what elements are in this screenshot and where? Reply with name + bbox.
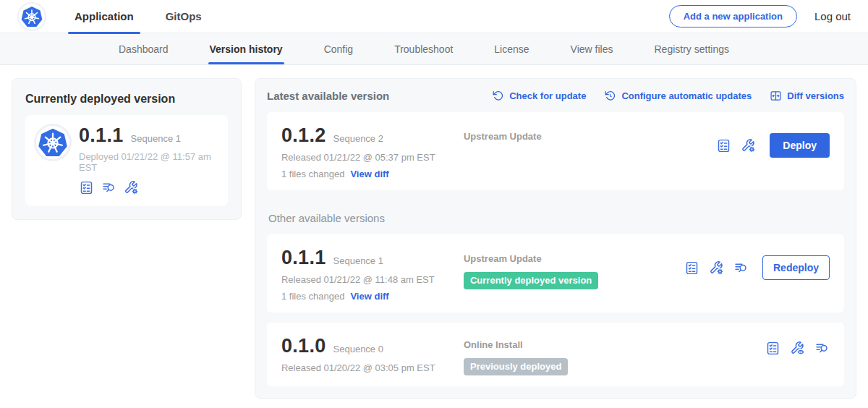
- view-diff-link[interactable]: View diff: [350, 169, 388, 179]
- subtab-view-files[interactable]: View files: [571, 33, 613, 64]
- sequence-label: Sequence 1: [333, 255, 383, 266]
- tab-application[interactable]: Application: [68, 0, 140, 33]
- version-label: 0.1.2: [281, 124, 326, 147]
- release-notes-icon[interactable]: [733, 260, 749, 276]
- released-timestamp: Released 01/21/22 @ 05:37 pm EST: [281, 152, 464, 163]
- deployed-sequence-label: Sequence 1: [131, 133, 181, 144]
- sequence-label: Sequence 0: [333, 344, 383, 354]
- release-notes-icon[interactable]: [101, 180, 116, 195]
- sequence-label: Sequence 2: [333, 133, 383, 144]
- latest-available-title: Latest available version: [267, 90, 389, 102]
- subtab-registry-settings[interactable]: Registry settings: [654, 33, 728, 64]
- released-timestamp: Released 01/20/22 @ 03:05 pm EST: [281, 362, 464, 373]
- version-label: 0.1.1: [281, 247, 326, 269]
- version-row: 0.1.1 Sequence 1 Released 01/21/22 @ 11:…: [267, 234, 844, 313]
- redeploy-button[interactable]: Redeploy: [762, 255, 830, 280]
- version-history-panel: Latest available version Check for updat…: [255, 78, 856, 399]
- version-row: 0.1.2 Sequence 2 Released 01/21/22 @ 05:…: [267, 112, 844, 190]
- app-subnav: Dashboard Version history Config Trouble…: [0, 33, 868, 65]
- subtab-troubleshoot[interactable]: Troubleshoot: [394, 33, 453, 64]
- kubernetes-logo: [19, 4, 45, 30]
- app-icon: [36, 126, 69, 159]
- version-row: 0.1.0 Sequence 0 Released 01/20/22 @ 03:…: [267, 323, 844, 386]
- release-notes-icon[interactable]: [814, 341, 830, 356]
- main-content: Currently deployed version 0.1.1 Sequenc…: [0, 65, 868, 399]
- check-for-update-link[interactable]: Check for update: [492, 90, 586, 102]
- refresh-icon: [492, 90, 504, 102]
- preflight-checks-icon[interactable]: [79, 180, 94, 195]
- config-icon[interactable]: [709, 260, 724, 276]
- previously-deployed-badge: Previously deployed: [464, 358, 568, 375]
- config-icon[interactable]: [741, 138, 756, 153]
- deployed-version-label: 0.1.1: [79, 124, 124, 147]
- subtab-license[interactable]: License: [494, 33, 529, 64]
- files-changed-label: 1 files changed: [281, 291, 344, 302]
- version-label: 0.1.0: [281, 335, 326, 357]
- released-timestamp: Released 01/21/22 @ 11:48 am EST: [281, 274, 464, 285]
- tab-gitops-label: GitOps: [166, 10, 202, 22]
- tab-application-label: Application: [75, 10, 134, 22]
- deployed-version-card: 0.1.1 Sequence 1 Deployed 01/21/22 @ 11:…: [25, 115, 228, 206]
- currently-deployed-title: Currently deployed version: [25, 93, 228, 106]
- config-icon[interactable]: [124, 180, 139, 195]
- diff-icon: [770, 90, 782, 102]
- currently-deployed-card: Currently deployed version 0.1.1 Sequenc…: [12, 78, 242, 220]
- logout-link[interactable]: Log out: [814, 10, 851, 22]
- configure-automatic-updates-link[interactable]: Configure automatic updates: [604, 90, 752, 102]
- subtab-dashboard[interactable]: Dashboard: [119, 33, 169, 64]
- auto-update-icon: [604, 90, 616, 102]
- preflight-checks-icon[interactable]: [765, 341, 780, 356]
- version-source-label: Online Install: [464, 339, 684, 350]
- tab-gitops[interactable]: GitOps: [159, 0, 208, 33]
- add-application-button[interactable]: Add a new application: [669, 5, 797, 27]
- other-versions-title: Other available versions: [268, 212, 844, 224]
- app-header: Application GitOps Add a new application…: [0, 0, 868, 33]
- preflight-checks-icon[interactable]: [716, 138, 731, 153]
- currently-deployed-badge: Currently deployed version: [464, 272, 598, 289]
- version-source-label: Upstream Update: [464, 131, 684, 142]
- deployed-timestamp: Deployed 01/21/22 @ 11:57 am EST: [79, 151, 217, 173]
- config-view-icon[interactable]: [790, 341, 805, 356]
- check-for-update-label: Check for update: [509, 90, 586, 101]
- version-source-label: Upstream Update: [464, 253, 684, 264]
- configure-automatic-updates-label: Configure automatic updates: [621, 90, 752, 101]
- diff-versions-label: Diff versions: [787, 90, 844, 101]
- preflight-checks-icon[interactable]: [684, 260, 699, 276]
- diff-versions-link[interactable]: Diff versions: [770, 90, 844, 102]
- deploy-button[interactable]: Deploy: [770, 133, 830, 158]
- files-changed-label: 1 files changed: [281, 169, 344, 179]
- view-diff-link[interactable]: View diff: [350, 291, 388, 302]
- subtab-version-history[interactable]: Version history: [210, 33, 283, 64]
- subtab-config[interactable]: Config: [324, 33, 353, 64]
